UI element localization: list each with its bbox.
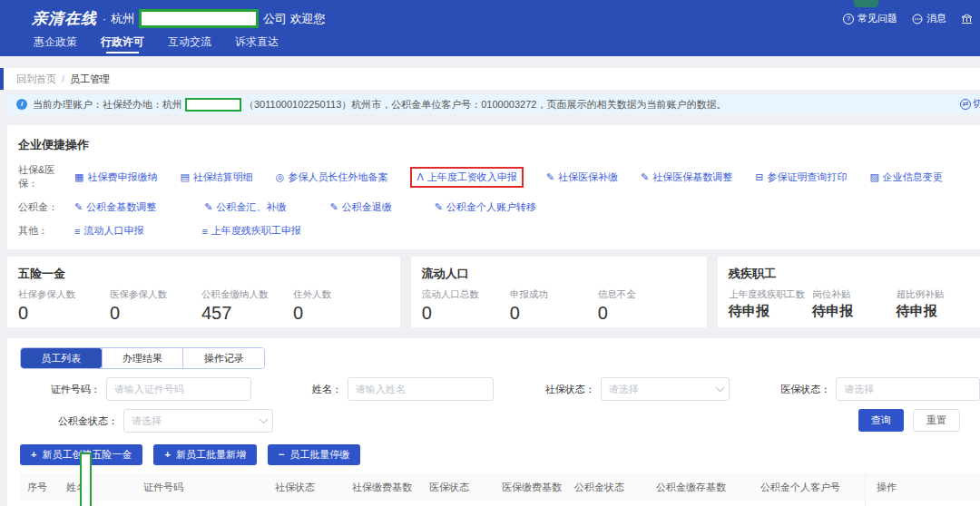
quick-operations-card: 企业便捷操作 社保&医保： ▦社保费申报缴纳 ▤社保结算明细 ◎参保人员长住外地… — [7, 125, 980, 249]
printer-icon: ⊟ — [755, 171, 763, 183]
cell-operations: 停缴 | 记录 | 信息变更 — [865, 501, 980, 506]
edit-icon: ✎ — [435, 201, 443, 213]
employee-management-page: 亲清在线 · 杭州 公司 欢迎您 ? 常见问题 消息 惠企政策 行政许可 互动交… — [0, 0, 980, 506]
edit-icon: ✎ — [546, 171, 554, 183]
switch-account-link[interactable]: ⇄ 切换 — [960, 97, 980, 111]
stat-card-liudong-renkou: 流动人口 流动人口总数0 申报成功0 信息不全0 — [411, 257, 707, 327]
op-changzhu-waidi-beian[interactable]: ◎参保人员长住外地备案 — [276, 170, 388, 184]
notice-text-before: 当前办理账户：社保经办地：杭州 — [33, 98, 182, 112]
tab-employee-list[interactable]: 员工列表 — [21, 348, 102, 368]
batch-stop-button[interactable]: −员工批量停缴 — [268, 444, 360, 465]
op-label: 参保人员长住外地备案 — [288, 170, 387, 184]
col-fund-status: 公积金状态 — [574, 481, 656, 494]
metric-canji-shu: 上年度残疾职工数待申报 — [729, 288, 812, 320]
batch-add-button[interactable]: +新员工批量新增 — [153, 444, 256, 465]
op-label: 参保证明查询打印 — [767, 170, 847, 184]
company-name-redaction-box — [139, 9, 259, 28]
plus-icon: + — [164, 449, 170, 460]
op-gjj-hui-bujiao[interactable]: ✎公积金汇、补缴 — [204, 200, 286, 214]
fund-status-label: 公积金状态： — [7, 414, 118, 428]
reset-button[interactable]: 重置 — [913, 409, 960, 432]
chevron-down-icon — [260, 414, 269, 423]
metric-chaobili-butie: 超比例补贴待申报 — [897, 288, 980, 320]
plus-icon: + — [31, 449, 36, 460]
op-canbao-zhengming-dayin[interactable]: ⊟参保证明查询打印 — [755, 170, 847, 184]
id-number-input[interactable] — [106, 377, 251, 401]
table-row: 1 魏 3707**********2035 未参保 未知 未参保 未知 正常 … — [20, 501, 980, 506]
chart-icon: ▨ — [869, 171, 878, 183]
col-no: 序号 — [27, 481, 66, 494]
col-operations: 操作 — [865, 473, 980, 501]
medical-status-select[interactable]: 请选择 — [836, 377, 980, 401]
stat-card-canji-zhigong: 残疾职工 上年度残疾职工数待申报 岗位补贴待申报 超比例补贴待申报 — [718, 257, 980, 327]
minus-icon: − — [279, 449, 284, 460]
name-input[interactable] — [348, 377, 494, 401]
op-gjj-jishu-tiaozheng[interactable]: ✎公积金基数调整 — [74, 200, 156, 214]
brand-row: 亲清在线 · 杭州 公司 欢迎您 — [0, 0, 980, 29]
brand-separator: · — [103, 13, 106, 25]
col-medical-base: 医保缴费基数 — [502, 481, 574, 494]
faq-label: 常见问题 — [858, 12, 897, 25]
stat-card-wuxianyijin: 五险一金 社保参保人数0 医保参保人数0 公积金缴纳人数457 住外人数0 — [7, 257, 400, 327]
edit-icon: ✎ — [641, 171, 649, 183]
op-gjj-tuijiao[interactable]: ✎公积金退缴 — [329, 200, 391, 214]
notice-text-after: （3011000102250113）杭州市，公积金单位客户号：010000327… — [244, 98, 726, 112]
op-label: 上年度残疾职工申报 — [211, 224, 301, 238]
op-label: 社保医保基数调整 — [652, 170, 732, 184]
fund-status-select[interactable]: 请选择 — [123, 409, 273, 433]
op-qiye-xinxi-biangeng[interactable]: ▨企业信息变更 — [869, 170, 942, 184]
switch-label: 切换 — [973, 97, 980, 111]
top-header: 亲清在线 · 杭州 公司 欢迎您 ? 常见问题 消息 惠企政策 行政许可 互动交… — [0, 0, 980, 56]
metric-yibao-canbao: 医保参保人数0 — [110, 288, 201, 324]
op-label: 公积金基数调整 — [86, 200, 156, 214]
nav-xingzheng-xuke[interactable]: 行政许可 — [99, 29, 146, 56]
op-shebao-yibao-bujiao[interactable]: ✎社保医保补缴 — [546, 170, 618, 184]
tab-processing-results[interactable]: 办理结果 — [102, 348, 183, 368]
op-label: 上年度工资收入申报 — [427, 170, 517, 184]
col-fund-account: 公积金个人客户号 — [760, 481, 865, 494]
name-label: 姓名： — [302, 383, 342, 396]
social-status-select[interactable]: 请选择 — [601, 377, 730, 401]
op-label: 企业信息变更 — [883, 170, 943, 184]
employee-tabs: 员工列表 办理结果 操作记录 — [20, 347, 265, 369]
table-header: 序号 姓名 证件号码 社保状态 社保缴费基数 医保状态 医保缴费基数 公积金状态… — [20, 473, 980, 501]
fund-status-value: 请选择 — [132, 414, 162, 428]
quick-ops-row-social: 社保&医保： ▦社保费申报缴纳 ▤社保结算明细 ◎参保人员长住外地备案 Λ上年度… — [18, 163, 980, 190]
tab-operation-records[interactable]: 操作记录 — [182, 348, 264, 368]
op-liudong-renkou-shenbao[interactable]: ≡流动人口申报 — [74, 224, 143, 238]
clipped-floating-button[interactable] — [854, 0, 878, 7]
stat-title: 五险一金 — [18, 266, 400, 282]
nav-huiqi-zhengce[interactable]: 惠企政策 — [32, 29, 79, 56]
action-label: 新员工批量新增 — [176, 449, 246, 460]
op-shebaofei-shenbao[interactable]: ▦社保费申报缴纳 — [74, 170, 157, 184]
nav-hudong-jiaoliu[interactable]: 互动交流 — [166, 29, 213, 56]
metric-shebao-canbao: 社保参保人数0 — [18, 288, 110, 324]
op-label: 社保医保补缴 — [558, 170, 618, 184]
edit-icon: ✎ — [204, 201, 212, 213]
stats-row: 五险一金 社保参保人数0 医保参保人数0 公积金缴纳人数457 住外人数0 流动… — [7, 257, 980, 327]
messages-link[interactable]: 消息 — [912, 12, 946, 25]
op-shebao-jiesuan[interactable]: ▤社保结算明细 — [180, 170, 252, 184]
op-gongzi-shouru-shenbao-highlighted[interactable]: Λ上年度工资收入申报 — [410, 167, 523, 188]
search-button[interactable]: 查询 — [858, 409, 904, 432]
employee-table: 序号 姓名 证件号码 社保状态 社保缴费基数 医保状态 医保缴费基数 公积金状态… — [20, 473, 980, 506]
metric-xinxi-buquan: 信息不全0 — [598, 288, 686, 324]
op-gjj-zhanghu-zhuanyi[interactable]: ✎公积金个人账户转移 — [435, 200, 536, 214]
bulk-action-row: +新员工创建五险一金 +新员工批量新增 −员工批量停缴 — [20, 444, 980, 465]
account-notice-bar: i 当前办理账户：社保经办地：杭州 （3011000102250113）杭州市，… — [7, 94, 980, 114]
metric-gjj-jiaona: 公积金缴纳人数457 — [201, 288, 293, 324]
faq-link[interactable]: ? 常见问题 — [843, 12, 897, 25]
op-label: 流动人口申报 — [83, 224, 143, 238]
breadcrumb-home-link[interactable]: 回到首页 — [16, 73, 56, 86]
filter-row-1: 证件号码： 姓名： 社保状态： 请选择 医保状态： 请选择 — [7, 377, 980, 401]
filter-row-2: 公积金状态： 请选择 查询 重置 — [7, 409, 980, 433]
col-social-status: 社保状态 — [275, 481, 352, 494]
op-canji-zhigong-shenbao[interactable]: ≡上年度残疾职工申报 — [201, 224, 300, 238]
op-label: 公积金汇、补缴 — [216, 200, 286, 214]
search-buttons: 查询 重置 — [858, 409, 960, 432]
organization-link[interactable] — [961, 14, 973, 24]
company-city: 杭州 — [111, 11, 134, 27]
op-yibao-jishu-tiaozheng[interactable]: ✎社保医保基数调整 — [641, 170, 732, 184]
nav-suqiu-zhida[interactable]: 诉求直达 — [233, 29, 280, 56]
switch-icon: ⇄ — [960, 99, 971, 110]
